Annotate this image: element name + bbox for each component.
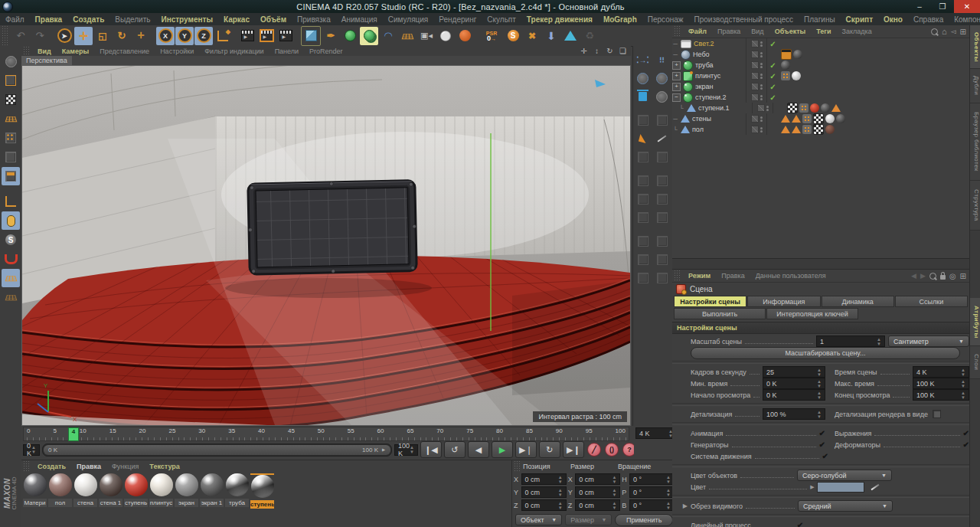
color-expand-icon[interactable]: ▶ [810,484,814,490]
points-mode-icon[interactable] [2,129,20,147]
rot-b-input[interactable]: 0 °▲▼ [629,499,675,511]
scale-input[interactable]: 1▲▼ [816,336,885,347]
redo-button[interactable]: ↷ [31,27,49,45]
mat-menu-texture[interactable]: Текстура [144,463,185,470]
enabled-check-icon[interactable]: ✓ [769,93,776,102]
object-row-truba[interactable]: +труба ✓ [672,60,969,70]
visibility-toggles[interactable] [753,103,773,113]
phong-tag[interactable] [802,125,812,134]
enabled-check-icon[interactable]: ✓ [769,83,776,91]
menu-character[interactable]: Персонаж [642,15,689,24]
material-tile[interactable]: экран [175,473,198,509]
am-menu-edit[interactable]: Правка [716,272,750,280]
object-row-stupeni2[interactable]: −ступени.2 ✓ [672,92,969,103]
menu-create[interactable]: Создать [67,15,109,24]
am-search-icon[interactable] [929,273,936,280]
render-view-button[interactable] [238,27,256,45]
vp-menu-prorender[interactable]: ProRender [304,47,348,55]
vp-menu-view[interactable]: Вид [32,47,57,55]
section-scene-settings[interactable]: Настройки сцены [672,322,969,334]
orbit-view-icon[interactable]: ↻ [605,47,615,55]
enabled-check-icon[interactable]: ✓ [769,72,776,80]
next-frame-button[interactable]: ▶❘ [515,441,537,458]
render-settings-button[interactable] [276,27,295,45]
timeline-start-input[interactable]: 0 K▲▼ [23,444,40,456]
texture-tag[interactable] [781,61,790,70]
menu-window[interactable]: Окно [878,15,908,24]
menu-select[interactable]: Выделить [109,15,155,24]
tab-information[interactable]: Информация [747,296,820,307]
points-chain-tool-icon[interactable]: ⁝⁝ [652,51,671,69]
rot-h-input[interactable]: 0 °▲▼ [629,473,675,485]
phong-tag[interactable] [799,103,808,113]
om-menu-objects[interactable]: Объекты [769,28,812,35]
polygons-mode-icon[interactable] [2,167,20,185]
menu-pipeline[interactable]: Производственный процесс [689,15,799,24]
om-menu-view[interactable]: Вид [746,28,769,35]
add-spline-button[interactable]: ✒ [322,27,340,45]
magnet-snapping-icon[interactable] [2,250,20,268]
enable-axis-icon[interactable] [2,192,20,211]
add-deformer-button[interactable] [360,27,378,45]
menu-snap[interactable]: Привязка [292,15,336,24]
visibility-toggles[interactable] [746,60,767,70]
expand-icon[interactable]: + [672,83,681,91]
deformers-checkbox[interactable]: ✔ [963,440,969,449]
object-row-pol[interactable]: └пол [672,124,969,135]
menu-mograph[interactable]: MoGraph [598,15,642,24]
rotate-tool[interactable]: ↻ [113,27,131,45]
visibility-toggles[interactable] [746,81,767,92]
visibility-toggles[interactable] [746,92,767,103]
volume-builder-button[interactable] [561,27,580,45]
lock-z-axis[interactable]: Z [194,27,213,45]
object-row-steny[interactable]: ─стены [672,113,969,124]
coords-size-dropdown[interactable]: Размер▼ [565,514,612,525]
object-row-nebo[interactable]: ─Небо [672,49,969,60]
tab-takes[interactable]: Дубли [970,69,980,103]
om-menu-edit[interactable]: Правка [712,28,746,35]
compositing-tag[interactable] [781,49,792,60]
sculpt-mode-icon[interactable] [2,52,20,70]
am-menu-mode[interactable]: Режим [683,272,716,280]
visibility-toggles[interactable] [746,70,767,81]
menu-render[interactable]: Рендеринг [433,15,482,24]
mat-menu-function[interactable]: Функция [106,463,144,470]
dolly-view-icon[interactable]: ↕ [592,47,602,55]
menu-help[interactable]: Справка [908,15,949,24]
add-floor-button[interactable] [398,27,416,45]
om-path-icon[interactable]: ◅ [951,28,956,35]
enabled-check-icon[interactable]: ✓ [769,61,776,70]
uvw-tag[interactable] [813,113,824,124]
create-polygon-pen-icon[interactable] [633,129,652,148]
om-search-icon[interactable] [931,28,938,35]
pos-y-input[interactable]: 0 cm▲▼ [521,486,567,498]
am-menu-userdata[interactable]: Данные пользователя [750,272,831,280]
timeline-ruler[interactable]: 0510152025303540455055606570758085909510… [23,427,629,441]
grow-selection-sphere-icon[interactable] [652,69,671,87]
material-tile[interactable]: пол [48,473,72,509]
add-light-button[interactable]: ⚪ [436,27,455,45]
tab-attributes[interactable]: Атрибуты [970,298,980,346]
lock-x-axis[interactable]: X [156,27,175,45]
menu-animate[interactable]: Анимация [336,15,383,24]
menu-simulate[interactable]: Симуляция [383,15,434,24]
preview-end-input[interactable]: 100 K▲▼ [913,389,969,401]
workplane-interactive-icon[interactable] [2,288,20,306]
timeline-playhead[interactable]: 4 [68,427,79,441]
delete-tool-icon[interactable] [633,87,652,106]
lod-render-checkbox[interactable] [933,410,941,418]
selection-tag[interactable] [792,126,801,133]
object-row-svet2[interactable]: ─Свет.2 ✓ [672,38,969,49]
selection-tag[interactable] [792,115,801,123]
expand-icon[interactable]: − [672,93,681,102]
size-z-input[interactable]: 0 cm▲▼ [575,499,620,511]
add-camera-button[interactable]: ▣◂ [417,27,436,45]
points-to-arrow-tool-icon[interactable]: ⁚→⁚ [633,51,652,69]
tab-structure[interactable]: Структура [970,181,980,231]
object-row-ekran[interactable]: +экран ✓ [672,81,969,92]
max-time-input[interactable]: 100 K▲▼ [913,378,969,389]
play-loop-button[interactable]: ↻ [539,441,560,458]
am-drag-handle[interactable] [674,270,681,282]
add-physical-sky-button[interactable] [456,27,474,45]
add-generator-button[interactable] [341,27,359,45]
